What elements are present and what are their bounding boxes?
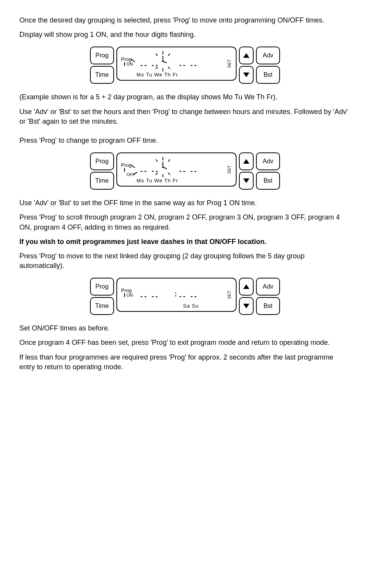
triangle-up-icon	[243, 53, 249, 58]
svg-point-17	[162, 166, 164, 168]
paragraph: Set ON/OFF times as before.	[19, 323, 351, 333]
svg-line-1	[168, 54, 170, 56]
prog-button: Prog	[90, 278, 114, 296]
paragraph: Press 'Prog' to change to program OFF ti…	[19, 136, 351, 145]
lcd-dashes: -- --	[179, 292, 198, 301]
lcd-screen: Prog ON -- -- -- -- SET Mo	[116, 47, 237, 81]
down-button	[239, 172, 254, 190]
lcd-days: Sa Su	[183, 303, 199, 310]
adv-button: Adv	[256, 278, 280, 296]
svg-line-4	[168, 67, 170, 69]
triangle-up-icon	[243, 284, 249, 289]
paragraph: Once the desired day grouping is selecte…	[19, 16, 351, 25]
lcd-on-indicator: ON	[126, 61, 133, 67]
lcd-dashes: -- --	[140, 292, 159, 301]
triangle-down-icon	[243, 73, 249, 77]
prog-button: Prog	[90, 47, 114, 64]
lcd-screen: Prog ON -- -- : -- -- SET Sa Su	[116, 278, 237, 312]
paragraph: Use 'Adv' or 'Bst' to set the OFF time i…	[19, 198, 351, 208]
paragraph-bold: If you wish to omit programmes just leav…	[19, 237, 351, 247]
lcd-tick	[124, 62, 125, 66]
lcd-tick	[124, 293, 125, 297]
bst-button: Bst	[256, 66, 280, 84]
device-diagram-1: Prog Time Prog ON -- --	[19, 47, 351, 84]
lcd-set-label: SET	[226, 60, 232, 68]
lcd-set-label: SET	[226, 291, 232, 299]
triangle-up-icon	[243, 159, 249, 164]
bst-button: Bst	[256, 172, 280, 190]
up-button	[239, 152, 254, 170]
lcd-dashes: -- --	[179, 166, 198, 176]
paragraph: (Example shown is for a 5 + 2 day progra…	[19, 92, 351, 102]
adv-button: Adv	[256, 152, 280, 170]
paragraph: Display will show prog 1 ON, and the hou…	[19, 30, 351, 40]
lcd-dashes: -- --	[140, 166, 159, 176]
lcd-prog-label: Prog	[121, 162, 131, 169]
svg-point-8	[162, 61, 164, 62]
paragraph: Press 'Prog' to move to the next linked …	[19, 251, 351, 271]
bst-button: Bst	[256, 297, 280, 315]
lcd-screen: Prog OFF -- -- -- -- SET	[116, 152, 237, 187]
down-button	[239, 297, 254, 315]
time-button: Time	[90, 66, 114, 84]
lcd-set-label: SET	[226, 165, 232, 173]
up-button	[239, 278, 254, 296]
time-button: Time	[90, 172, 114, 190]
adv-button: Adv	[256, 47, 280, 64]
off-arrow-icon	[133, 172, 138, 176]
paragraph: If less than four programmes are require…	[19, 353, 351, 372]
lcd-dashes: -- --	[179, 61, 198, 70]
lcd-on-indicator: ON	[126, 292, 133, 298]
lcd-colon: :	[175, 289, 177, 299]
svg-line-10	[168, 159, 170, 162]
paragraph: Once program 4 OFF has been set, press '…	[19, 338, 351, 348]
prog-button: Prog	[90, 152, 114, 170]
svg-line-11	[156, 159, 157, 162]
device-diagram-2: Prog Time Prog OFF	[19, 152, 351, 190]
lcd-days: Mo Tu We Th Fr	[137, 71, 178, 78]
svg-line-13	[168, 173, 170, 175]
down-button	[239, 66, 254, 84]
lcd-days: Mo Tu We Th Fr	[137, 177, 178, 184]
lcd-dashes: -- --	[140, 61, 159, 70]
device-diagram-3: Prog Time Prog ON -- -- : -- -- SET Sa S…	[19, 278, 351, 315]
triangle-down-icon	[243, 304, 249, 308]
up-button	[239, 47, 254, 64]
paragraph: Press 'Prog' to scroll through program 2…	[19, 213, 351, 232]
triangle-down-icon	[243, 178, 249, 183]
svg-line-2	[156, 54, 157, 56]
lcd-tick	[124, 168, 125, 172]
paragraph: Use 'Adv' or 'Bst' to set the hours and …	[19, 107, 351, 126]
time-button: Time	[90, 297, 114, 315]
